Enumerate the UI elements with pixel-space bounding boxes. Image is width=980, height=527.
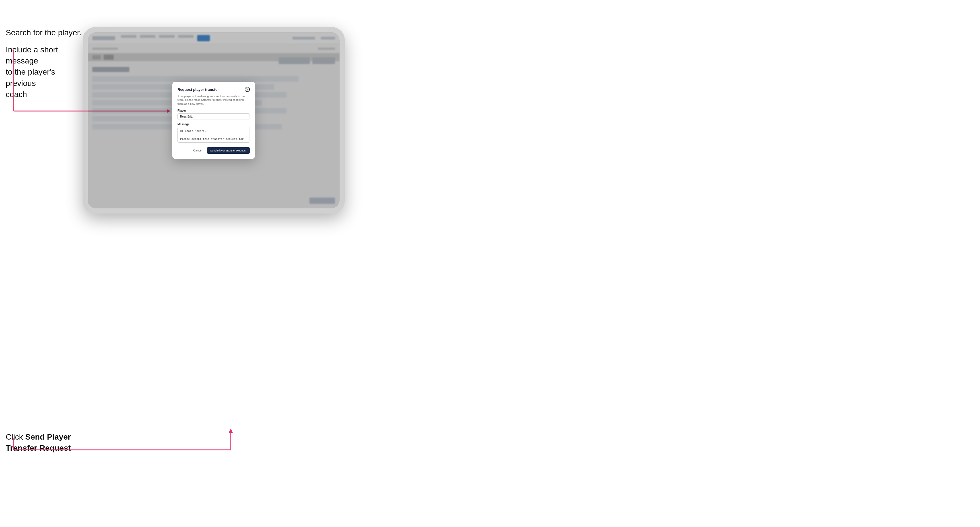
annotation-click: Click Send Player Transfer Request	[6, 431, 71, 454]
player-input[interactable]	[178, 113, 250, 120]
player-label: Player	[178, 109, 250, 112]
annotation-search: Search for the player.	[6, 27, 81, 38]
send-transfer-button[interactable]: Send Player Transfer Request	[207, 147, 250, 154]
modal-footer: Cancel Send Player Transfer Request	[178, 147, 250, 154]
annotation-message: Include a short message to the player's …	[6, 44, 86, 100]
tablet-device: Request player transfer × If the player …	[83, 27, 345, 214]
cancel-button[interactable]: Cancel	[191, 148, 205, 154]
transfer-modal: Request player transfer × If the player …	[172, 82, 255, 159]
message-label: Message	[178, 123, 250, 126]
svg-marker-6	[229, 429, 233, 433]
modal-close-button[interactable]: ×	[245, 87, 250, 92]
modal-overlay: Request player transfer × If the player …	[88, 32, 340, 208]
modal-description: If the player is transferring from anoth…	[178, 94, 250, 106]
tablet-screen: Request player transfer × If the player …	[88, 32, 340, 208]
message-textarea[interactable]	[178, 127, 250, 143]
modal-header: Request player transfer ×	[178, 87, 250, 92]
modal-title: Request player transfer	[178, 87, 219, 92]
